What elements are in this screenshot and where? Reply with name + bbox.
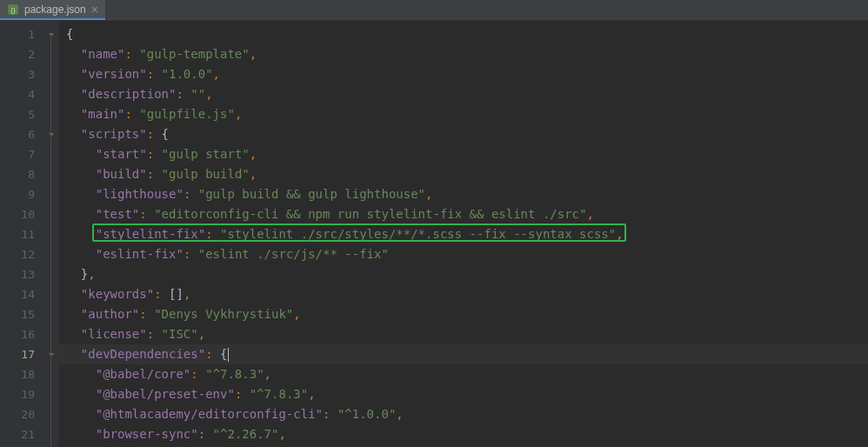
fold-marker[interactable] — [43, 284, 59, 304]
line-number[interactable]: 19 — [0, 384, 43, 404]
fold-marker[interactable] — [43, 84, 59, 104]
fold-marker[interactable] — [43, 204, 59, 224]
line-number[interactable]: 11 — [0, 224, 43, 244]
line-number[interactable]: 3 — [0, 64, 43, 84]
code-line[interactable]: "author": "Denys Vykhrystiuk", — [59, 304, 868, 324]
line-number-gutter[interactable]: 123456789101112131415161718192021 — [0, 21, 43, 447]
fold-marker[interactable] — [43, 304, 59, 324]
code-line[interactable]: "@htmlacademy/editorconfig-cli": "^1.0.0… — [59, 404, 868, 424]
fold-marker[interactable] — [43, 404, 59, 424]
code-line[interactable]: "@babel/preset-env": "^7.8.3", — [59, 384, 868, 404]
code-line[interactable]: "eslint-fix": "eslint ./src/js/** --fix" — [59, 244, 868, 264]
fold-marker[interactable] — [43, 124, 59, 144]
line-number[interactable]: 8 — [0, 164, 43, 184]
code-line[interactable]: "test": "editorconfig-cli && npm run sty… — [59, 204, 868, 224]
fold-marker[interactable] — [43, 144, 59, 164]
code-line[interactable]: "version": "1.0.0", — [59, 64, 868, 84]
code-area[interactable]: { "name": "gulp-template", "version": "1… — [59, 21, 868, 447]
line-number[interactable]: 21 — [0, 424, 43, 444]
line-number[interactable]: 7 — [0, 144, 43, 164]
tab-package-json[interactable]: {} package.json × — [0, 0, 105, 20]
code-line[interactable]: "keywords": [], — [59, 284, 868, 304]
fold-marker[interactable] — [43, 224, 59, 244]
code-line[interactable]: "scripts": { — [59, 124, 868, 144]
fold-marker[interactable] — [43, 104, 59, 124]
fold-marker[interactable] — [43, 64, 59, 84]
code-line[interactable]: "start": "gulp start", — [59, 144, 868, 164]
line-number[interactable]: 9 — [0, 184, 43, 204]
fold-marker[interactable] — [43, 344, 59, 364]
fold-marker[interactable] — [43, 44, 59, 64]
fold-marker[interactable] — [43, 364, 59, 384]
code-line[interactable]: { — [59, 24, 868, 44]
line-number[interactable]: 15 — [0, 304, 43, 324]
line-number[interactable]: 20 — [0, 404, 43, 424]
line-number[interactable]: 6 — [0, 124, 43, 144]
code-line[interactable]: "lighthouse": "gulp build && gulp lighth… — [59, 184, 868, 204]
code-line[interactable]: "stylelint-fix": "stylelint ./src/styles… — [59, 224, 868, 244]
code-line[interactable]: "@babel/core": "^7.8.3", — [59, 364, 868, 384]
fold-marker[interactable] — [43, 384, 59, 404]
tab-bar: {} package.json × — [0, 0, 868, 21]
line-number[interactable]: 1 — [0, 24, 43, 44]
line-number[interactable]: 10 — [0, 204, 43, 224]
line-number[interactable]: 16 — [0, 324, 43, 344]
fold-marker[interactable] — [43, 184, 59, 204]
code-line[interactable]: "build": "gulp build", — [59, 164, 868, 184]
fold-marker[interactable] — [43, 24, 59, 44]
code-line[interactable]: "browser-sync": "^2.26.7", — [59, 424, 868, 444]
line-number[interactable]: 17 — [0, 344, 43, 364]
line-number[interactable]: 4 — [0, 84, 43, 104]
tab-label: package.json — [24, 3, 86, 16]
line-number[interactable]: 12 — [0, 244, 43, 264]
code-line[interactable]: "description": "", — [59, 84, 868, 104]
fold-marker[interactable] — [43, 424, 59, 444]
code-line[interactable]: }, — [59, 264, 868, 284]
fold-marker[interactable] — [43, 324, 59, 344]
fold-marker[interactable] — [43, 264, 59, 284]
code-line[interactable]: "name": "gulp-template", — [59, 44, 868, 64]
code-line[interactable]: "license": "ISC", — [59, 324, 868, 344]
line-number[interactable]: 13 — [0, 264, 43, 284]
line-number[interactable]: 2 — [0, 44, 43, 64]
code-line[interactable]: "devDependencies": { — [59, 344, 868, 364]
svg-text:{}: {} — [10, 6, 16, 14]
line-number[interactable]: 18 — [0, 364, 43, 384]
fold-gutter[interactable] — [43, 21, 59, 447]
line-number[interactable]: 14 — [0, 284, 43, 304]
fold-marker[interactable] — [43, 164, 59, 184]
text-caret — [228, 348, 229, 362]
line-number[interactable]: 5 — [0, 104, 43, 124]
editor[interactable]: 123456789101112131415161718192021 { "nam… — [0, 21, 868, 447]
json-file-icon: {} — [7, 3, 19, 16]
fold-marker[interactable] — [43, 244, 59, 264]
close-icon[interactable]: × — [91, 3, 98, 17]
code-line[interactable]: "main": "gulpfile.js", — [59, 104, 868, 124]
